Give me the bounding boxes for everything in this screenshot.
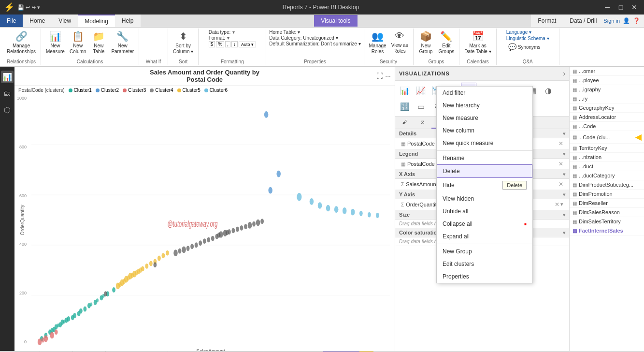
language-btn[interactable]: Language ▾ <box>506 29 531 35</box>
comma-btn[interactable]: , <box>225 41 230 47</box>
card-icon[interactable]: ▭ <box>413 99 429 114</box>
maximize-button[interactable]: □ <box>615 1 627 13</box>
tab-view[interactable]: View <box>52 15 78 27</box>
column-chart-icon[interactable]: 📈 <box>413 83 429 98</box>
linguistic-schema-btn[interactable]: Linguistic Schema ▾ <box>506 36 549 41</box>
data-view-icon[interactable]: 🗂 <box>1 87 14 100</box>
new-group-icon: 📦 <box>420 30 432 42</box>
viz-panel-expand[interactable]: › <box>563 70 565 77</box>
ctx-new-column[interactable]: New column <box>437 124 532 137</box>
percent-btn[interactable]: % <box>216 41 224 47</box>
new-parameter-button[interactable]: 🔧 NewParameter <box>109 29 136 56</box>
ribbon: File Home View Modeling Help Visual tool… <box>0 15 644 67</box>
tab-home[interactable]: Home <box>23 15 52 27</box>
svg-point-91 <box>368 212 371 218</box>
ctx-rename[interactable]: Rename <box>437 152 532 164</box>
rfield-organization[interactable]: ▦ ...nization <box>570 153 644 162</box>
new-column-button[interactable]: 📋 NewColumn <box>68 29 88 56</box>
rfield-dimproductsubcateg[interactable]: ▦ DimProductSubcateg... <box>570 180 644 190</box>
more-options-icon[interactable]: ··· <box>385 72 391 80</box>
remove-postalcode[interactable]: ✕ <box>558 140 563 147</box>
ctx-hide[interactable]: Hide Delete <box>437 178 532 192</box>
new-measure-button[interactable]: 📊 NewMeasure <box>44 29 67 56</box>
rfield-geographykey[interactable]: ▦ GeographyKey <box>570 103 644 113</box>
help-icon[interactable]: ❓ <box>633 17 640 24</box>
mark-as-date-label: Mark asDate Table ▾ <box>464 43 491 55</box>
tab-data-drill[interactable]: Data / Drill <box>563 15 603 27</box>
expand-chart-icon[interactable]: ⛶ <box>376 72 383 80</box>
tab-paintbrush[interactable]: 🖌 <box>395 117 414 129</box>
rfield-factinternetsales[interactable]: ▦ FactInternetSales <box>570 226 644 235</box>
tab-file[interactable]: File <box>0 15 23 27</box>
report-view-icon[interactable]: 📊 <box>1 71 14 83</box>
ctx-properties[interactable]: Properties <box>437 270 532 283</box>
ctx-unhide-all[interactable]: Unhide all <box>437 205 532 218</box>
calculations-items: 📊 NewMeasure 📋 NewColumn 📁 NewTable 🔧 Ne… <box>44 29 136 58</box>
ctx-edit-clusters[interactable]: Edit clusters <box>437 258 532 270</box>
model-view-icon[interactable]: ⬡ <box>1 103 14 116</box>
format-row: Format: ▾ <box>209 35 229 41</box>
synonyms-button[interactable]: 💬 Synonyms <box>506 42 543 52</box>
ctx-sep1 <box>437 150 532 151</box>
tab-filter[interactable]: ⧖ <box>414 117 431 129</box>
remove-salesamount[interactable]: ✕ <box>558 181 563 188</box>
orderquantity-dropdown[interactable]: ▾ <box>560 201 563 208</box>
edit-groups-label: EditGroups <box>439 43 455 55</box>
view-as-roles-button[interactable]: 👁 View asRoles <box>389 29 410 55</box>
rfield-productcategory[interactable]: ▦ ...ductCategory <box>570 171 644 180</box>
tab-format[interactable]: Format <box>531 15 563 27</box>
remove-orderquantity[interactable]: ✕ <box>555 201 559 208</box>
kpi-icon[interactable]: 🔢 <box>397 99 413 114</box>
rfield-dimpromotion[interactable]: ▦ DimPromotion <box>570 190 644 199</box>
rfield-ry[interactable]: ▦ ...ry <box>570 94 644 103</box>
properties-group-label: Properties <box>304 59 326 64</box>
ctx-new-hierarchy[interactable]: New hierarchy <box>437 99 532 112</box>
ctx-new-quick-measure[interactable]: New quick measure <box>437 137 532 149</box>
rfield-addresslocator[interactable]: ▦ AddressLocator <box>570 113 644 122</box>
rfield-dimsalesreason[interactable]: ▦ DimSalesReason <box>570 208 644 217</box>
ribbon-content: 🔗 ManageRelationships Relationships 📊 Ne… <box>0 28 644 66</box>
minimize-button[interactable]: ─ <box>601 1 613 13</box>
ctx-new-group[interactable]: New Group <box>437 245 532 258</box>
ctx-view-hidden[interactable]: View hidden <box>437 192 532 205</box>
auto-select[interactable]: Auto ▾ <box>239 42 256 47</box>
bar-chart-icon[interactable]: 📊 <box>397 83 413 98</box>
ctx-delete[interactable]: Delete <box>437 164 532 178</box>
remove-legend[interactable]: ✕ <box>558 161 563 167</box>
tab-help[interactable]: Help <box>115 15 141 27</box>
dec-decrease[interactable]: ↓ <box>231 41 238 47</box>
manage-relationships-button[interactable]: 🔗 ManageRelationships <box>5 29 38 56</box>
ctx-expand-all[interactable]: Expand all <box>437 230 532 243</box>
sign-in[interactable]: Sign in <box>603 18 620 24</box>
edit-groups-button[interactable]: ✏️ EditGroups <box>437 29 457 56</box>
close-button[interactable]: ✕ <box>629 1 640 13</box>
ribbon-group-security: 👥 ManageRoles 👁 View asRoles Security <box>364 29 414 65</box>
rfield-geography[interactable]: ▦ ...igraphy <box>570 85 644 94</box>
rfield-product[interactable]: ▦ ...duct <box>570 162 644 171</box>
manage-roles-button[interactable]: 👥 ManageRoles <box>367 29 388 56</box>
dollar-btn[interactable]: $ <box>209 41 215 47</box>
gauge-icon[interactable]: ◑ <box>541 83 556 98</box>
legend-cluster1: Cluster1 <box>69 88 92 93</box>
ctx-new-measure[interactable]: New measure <box>437 112 532 124</box>
new-group-button[interactable]: 📦 NewGroup <box>416 29 436 56</box>
tab-modeling[interactable]: Modeling <box>78 15 115 27</box>
tab-visual-tools[interactable]: Visual tools <box>314 15 357 27</box>
mark-as-date-table-button[interactable]: 📅 Mark asDate Table ▾ <box>462 29 493 56</box>
new-table-label: NewTable <box>93 43 104 55</box>
rfield-territorykey[interactable]: ▦ TerritoryKey <box>570 144 644 153</box>
viz-panel-title: VISUALIZATIONS <box>399 71 450 76</box>
svg-point-85 <box>318 202 322 209</box>
rfield-dimreseller[interactable]: ▦ DimReseller <box>570 199 644 208</box>
manage-roles-label: ManageRoles <box>369 43 386 55</box>
rfield-code-clusters[interactable]: ▦ ...Code (clu... ◀ <box>570 131 644 144</box>
svg-point-66 <box>231 228 235 233</box>
new-table-button[interactable]: 📁 NewTable <box>89 29 108 56</box>
sort-by-column-button[interactable]: ⬍ Sort byColumn ▾ <box>171 29 195 56</box>
ctx-add-filter[interactable]: Add filter <box>437 87 532 99</box>
rfield-customer[interactable]: ▦ ...omer <box>570 67 644 76</box>
ctx-collapse-all[interactable]: Collapse all ■ <box>437 218 532 230</box>
rfield-employee[interactable]: ▦ ...ployee <box>570 76 644 85</box>
rfield-dimsalesterritory[interactable]: ▦ DimSalesTerritory <box>570 217 644 226</box>
rfield-code[interactable]: ▦ ...Code <box>570 122 644 131</box>
